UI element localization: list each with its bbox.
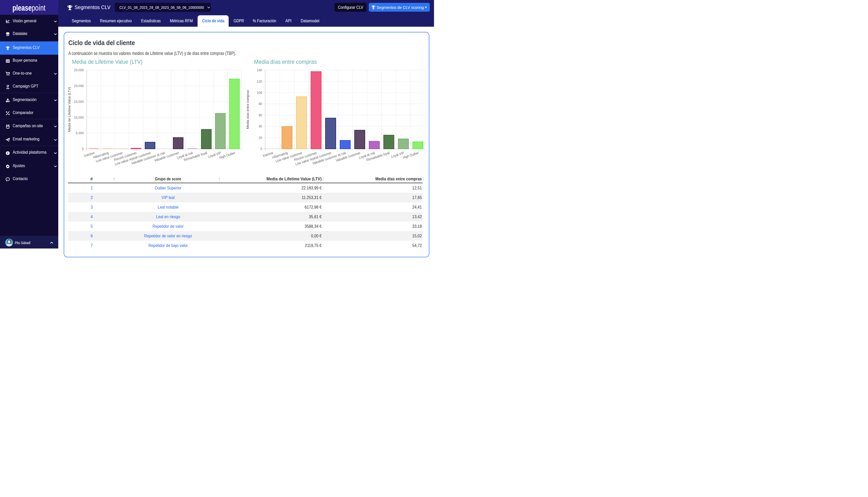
- svg-text:120: 120: [257, 79, 262, 83]
- svg-text:10.000: 10.000: [74, 115, 84, 119]
- svg-text:80: 80: [259, 102, 262, 106]
- svg-text:25.000: 25.000: [74, 68, 84, 72]
- svg-text:0: 0: [261, 147, 262, 151]
- svg-text:Media días entre compras: Media días entre compras: [246, 90, 250, 129]
- svg-text:40: 40: [259, 124, 262, 129]
- svg-text:60: 60: [259, 113, 262, 117]
- svg-text:5.000: 5.000: [76, 131, 84, 135]
- svg-text:15.000: 15.000: [74, 100, 84, 104]
- svg-text:20: 20: [259, 136, 262, 140]
- svg-text:0: 0: [82, 147, 84, 151]
- svg-text:20.000: 20.000: [74, 84, 84, 88]
- svg-text:Media de Lifetime Value (LTV): Media de Lifetime Value (LTV): [68, 87, 72, 132]
- svg-text:High Outlier: High Outlier: [402, 151, 419, 160]
- svg-text:140: 140: [257, 68, 262, 72]
- svg-text:100: 100: [257, 90, 262, 95]
- svg-text:High Outlier: High Outlier: [219, 151, 236, 160]
